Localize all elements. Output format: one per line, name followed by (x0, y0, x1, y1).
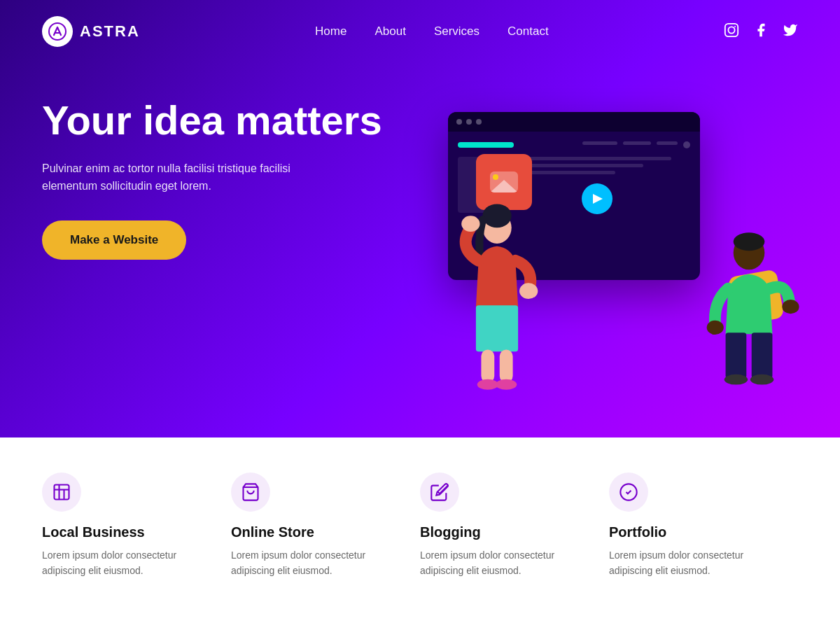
logo-text: ASTRA (80, 22, 140, 41)
svg-point-0 (49, 23, 66, 40)
hero-subtitle: Pulvinar enim ac tortor nulla facilisi t… (42, 160, 336, 195)
svg-point-14 (734, 232, 765, 251)
service-card-portfolio: Portfolio Lorem ipsum dolor consectetur … (609, 472, 798, 579)
services-section: Local Business Lorem ipsum dolor consect… (0, 438, 840, 630)
logo[interactable]: ASTRA (42, 16, 140, 47)
service-desc-portfolio: Lorem ipsum dolor consectetur adipiscing… (609, 547, 784, 579)
logo-icon (42, 16, 73, 47)
building-icon (52, 482, 71, 502)
svg-point-20 (782, 300, 799, 314)
svg-point-19 (707, 321, 724, 335)
nav-about[interactable]: About (374, 24, 405, 38)
svg-point-5 (482, 204, 511, 227)
service-desc-local-business: Lorem ipsum dolor consectetur adipiscing… (42, 547, 217, 579)
nav-home[interactable]: Home (315, 24, 346, 38)
service-card-blogging: Blogging Lorem ipsum dolor consectetur a… (420, 472, 609, 579)
browser-dot-1 (456, 119, 462, 125)
nav-contact[interactable]: Contact (507, 24, 549, 38)
facebook-icon[interactable] (753, 22, 769, 41)
bag-icon (241, 482, 260, 502)
svg-point-2 (728, 27, 734, 33)
service-title-local-business: Local Business (42, 524, 217, 540)
twitter-icon[interactable] (783, 22, 798, 41)
svg-rect-8 (500, 349, 513, 382)
portfolio-icon-wrap (609, 472, 648, 512)
browser-teal-bar (458, 142, 514, 148)
blogging-icon-wrap (420, 472, 459, 512)
service-title-portfolio: Portfolio (609, 524, 784, 540)
service-card-local-business: Local Business Lorem ipsum dolor consect… (42, 472, 231, 579)
svg-rect-15 (726, 332, 747, 378)
man-character (686, 217, 812, 399)
check-circle-icon (619, 482, 638, 502)
svg-point-3 (734, 26, 736, 27)
online-store-icon-wrap (231, 472, 270, 512)
svg-rect-16 (752, 332, 773, 378)
svg-rect-7 (481, 349, 494, 382)
service-title-blogging: Blogging (420, 524, 595, 540)
hero-illustration: </> (406, 70, 812, 406)
svg-rect-1 (725, 23, 738, 36)
svg-point-18 (750, 374, 774, 385)
browser-dot-2 (466, 119, 472, 125)
hero-section: ASTRA Home About Services Contact (0, 0, 840, 438)
svg-rect-6 (476, 305, 518, 351)
cta-button[interactable]: Make a Website (42, 220, 186, 260)
site-header: ASTRA Home About Services Contact (0, 0, 840, 63)
nav-services[interactable]: Services (434, 24, 479, 38)
hero-content: Your idea matters Pulvinar enim ac torto… (42, 98, 382, 260)
local-business-icon-wrap (42, 472, 81, 512)
social-icons (724, 22, 798, 41)
service-desc-online-store: Lorem ipsum dolor consectetur adipiscing… (231, 547, 406, 579)
svg-point-17 (724, 374, 748, 385)
service-desc-blogging: Lorem ipsum dolor consectetur adipiscing… (420, 547, 595, 579)
hero-title: Your idea matters (42, 98, 382, 143)
instagram-icon[interactable] (724, 22, 739, 41)
svg-point-9 (477, 379, 498, 390)
woman-character (427, 175, 567, 399)
edit-icon (430, 482, 449, 502)
svg-rect-21 (55, 485, 69, 500)
svg-point-11 (461, 216, 479, 232)
main-nav: Home About Services Contact (315, 24, 549, 38)
browser-dot-3 (476, 119, 482, 125)
service-title-online-store: Online Store (231, 524, 406, 540)
browser-bar (448, 112, 700, 132)
service-card-online-store: Online Store Lorem ipsum dolor consectet… (231, 472, 420, 579)
svg-point-10 (496, 379, 517, 390)
svg-point-12 (519, 283, 538, 299)
